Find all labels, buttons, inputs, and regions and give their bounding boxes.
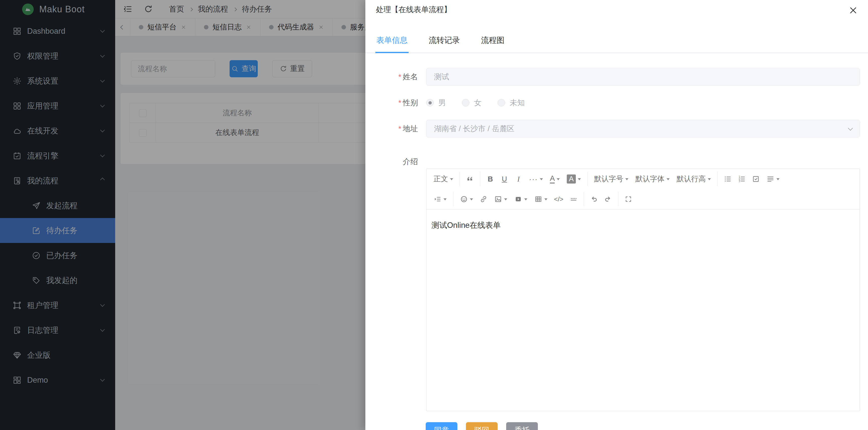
radio-female: 女 xyxy=(462,98,482,108)
radio-unchecked-icon xyxy=(498,99,505,107)
gender-label: *性别 xyxy=(365,94,426,111)
todo-list-icon[interactable] xyxy=(749,172,763,186)
close-icon[interactable] xyxy=(848,5,858,15)
tab-flow-diagram[interactable]: 流程图 xyxy=(480,35,505,53)
form-row-name: *姓名 xyxy=(365,68,860,86)
address-select: 湖南省 / 长沙市 / 岳麓区 xyxy=(426,120,860,138)
name-label: *姓名 xyxy=(365,68,426,86)
drawer-title: 处理【在线表单流程】 xyxy=(376,4,451,15)
required-mark: * xyxy=(398,124,401,133)
radio-unchecked-icon xyxy=(462,99,469,107)
numbered-list-icon[interactable]: 123 xyxy=(735,172,749,186)
address-label: *地址 xyxy=(365,120,426,138)
align-dropdown[interactable] xyxy=(763,172,783,186)
code-block-icon[interactable]: </> xyxy=(551,192,566,206)
editor-toolbar: 正文 B U I ··· A A 默认字号 默认字体 xyxy=(427,169,860,209)
blockquote-icon[interactable] xyxy=(463,172,477,186)
undo-icon[interactable] xyxy=(587,192,601,206)
line-height-dropdown[interactable]: 默认行高 xyxy=(673,172,714,186)
paragraph-style-dropdown[interactable]: 正文 xyxy=(430,172,457,186)
drawer-header: 处理【在线表单流程】 xyxy=(365,0,868,17)
emoji-dropdown[interactable] xyxy=(456,192,476,206)
address-select-value: 湖南省 / 长沙市 / 岳麓区 xyxy=(434,124,849,134)
process-drawer: 处理【在线表单流程】 表单信息 流转记录 流程图 *姓名 *性别 xyxy=(365,0,868,430)
radio-male: 男 xyxy=(426,98,446,108)
gender-radio-group: 男 女 未知 xyxy=(426,94,860,111)
link-icon[interactable] xyxy=(476,192,491,206)
table-dropdown[interactable] xyxy=(531,192,551,206)
editor-content[interactable]: 测试Online在线表单 xyxy=(427,209,860,411)
name-field xyxy=(426,68,860,86)
radio-checked-icon xyxy=(426,99,434,107)
radio-unknown: 未知 xyxy=(498,98,525,108)
font-family-dropdown[interactable]: 默认字体 xyxy=(632,172,673,186)
fullscreen-icon[interactable] xyxy=(621,192,636,206)
reject-button[interactable]: 驳回 xyxy=(466,422,498,430)
rich-text-editor: 正文 B U I ··· A A 默认字号 默认字体 xyxy=(426,169,860,411)
indent-dropdown[interactable] xyxy=(430,192,450,206)
underline-icon[interactable]: U xyxy=(497,172,512,186)
background-color-dropdown[interactable]: A xyxy=(563,172,584,186)
chevron-down-icon xyxy=(848,125,853,131)
font-color-dropdown[interactable]: A xyxy=(547,172,563,186)
drawer-tabs: 表单信息 流转记录 流程图 xyxy=(365,17,868,53)
video-dropdown[interactable] xyxy=(511,192,531,206)
more-text-styles-dropdown[interactable]: ··· xyxy=(526,172,547,186)
drawer-body: *姓名 *性别 男 女 xyxy=(365,68,868,430)
divider-icon[interactable] xyxy=(566,192,581,206)
svg-text:3: 3 xyxy=(739,179,740,182)
image-dropdown[interactable] xyxy=(491,192,511,206)
tab-flow-records[interactable]: 流转记录 xyxy=(428,35,461,53)
modal-overlay[interactable] xyxy=(0,0,365,430)
editor-paragraph: 测试Online在线表单 xyxy=(432,220,855,231)
drawer-actions: 同意 驳回 委托 xyxy=(365,422,860,430)
font-size-dropdown[interactable]: 默认字号 xyxy=(591,172,632,186)
form-row-address: *地址 湖南省 / 长沙市 / 岳麓区 xyxy=(365,120,860,138)
bold-icon[interactable]: B xyxy=(483,172,497,186)
required-mark: * xyxy=(398,73,401,81)
form-row-gender: *性别 男 女 未知 xyxy=(365,94,860,111)
form-row-intro: 介绍 正文 B U I ··· A xyxy=(365,153,860,411)
redo-icon[interactable] xyxy=(601,192,615,206)
italic-icon[interactable]: I xyxy=(512,172,526,186)
intro-label: 介绍 xyxy=(365,153,426,411)
required-mark: * xyxy=(398,98,401,107)
bulleted-list-icon[interactable] xyxy=(721,172,735,186)
agree-button[interactable]: 同意 xyxy=(426,422,457,430)
delegate-button[interactable]: 委托 xyxy=(506,422,538,430)
tab-form-info[interactable]: 表单信息 xyxy=(375,35,409,53)
